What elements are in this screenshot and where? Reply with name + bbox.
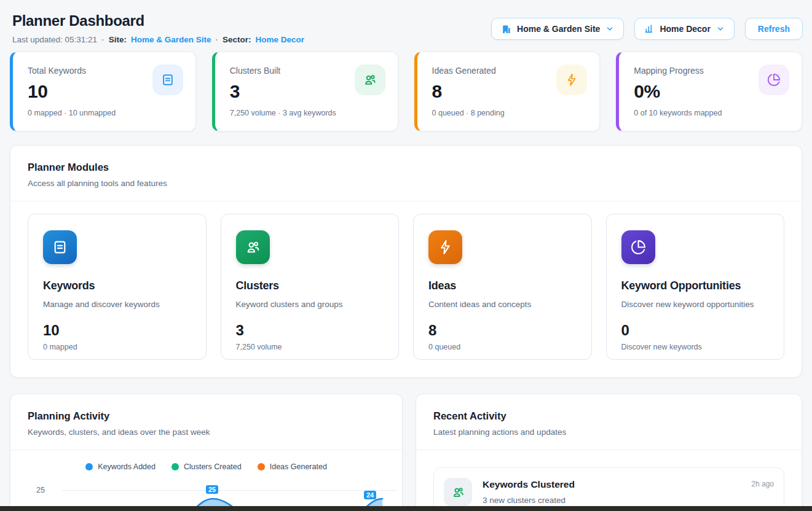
site-label: Site: [109, 35, 127, 44]
pie-chart-icon [759, 64, 789, 95]
module-title: Clusters [236, 279, 384, 292]
users-icon [444, 478, 472, 506]
sector-selector-dropdown[interactable]: Home Decor [634, 18, 734, 40]
building-icon [501, 24, 511, 34]
planner-modules-panel: Planner Modules Access all planning tool… [10, 145, 802, 378]
bar-chart-icon [644, 24, 654, 34]
module-card-ideas[interactable]: Ideas Content ideas and concepts 8 0 que… [413, 214, 592, 360]
module-subtext: 0 queued [428, 343, 577, 351]
meta-separator: · [215, 35, 218, 44]
header-meta: Last updated: 05:31:21 · Site: Home & Ga… [12, 35, 304, 44]
header-left: Planner Dashboard Last updated: 05:31:21… [12, 12, 304, 44]
stat-subtext: 0 queued · 8 pending [432, 109, 586, 117]
modules-grid: Keywords Manage and discover keywords 10… [28, 214, 784, 360]
module-value: 0 [621, 322, 770, 339]
stat-card-ideas-generated[interactable]: Ideas Generated 8 0 queued · 8 pending [414, 52, 601, 131]
bottom-row: Planning Activity Keywords, clusters, an… [10, 394, 802, 511]
chart-legend: Keywords Added Clusters Created Ideas Ge… [10, 462, 402, 471]
divider [10, 450, 402, 450]
meta-separator: · [101, 35, 104, 44]
header-actions: Home & Garden Site Home Decor Refresh [491, 18, 803, 40]
pie-chart-icon [621, 230, 655, 264]
legend-item-clusters-created[interactable]: Clusters Created [171, 462, 242, 471]
module-description: Discover new keyword opportunities [621, 300, 770, 309]
activity-item-keywords-clustered[interactable]: Keywords Clustered 3 new clusters create… [433, 467, 784, 511]
planning-activity-header: Planning Activity Keywords, clusters, an… [10, 394, 402, 450]
module-card-keyword-opportunities[interactable]: Keyword Opportunities Discover new keywo… [606, 214, 785, 360]
file-text-icon [152, 64, 183, 95]
recent-activity-header: Recent Activity Latest planning actions … [416, 394, 802, 450]
data-point-label: 24 [364, 491, 376, 499]
legend-label: Ideas Generated [270, 462, 327, 471]
module-description: Manage and discover keywords [43, 300, 191, 309]
modules-panel-subtitle: Access all planning tools and features [28, 179, 784, 188]
legend-dot-icon [258, 463, 265, 470]
planning-activity-subtitle: Keywords, clusters, and ideas over the p… [28, 427, 385, 437]
planning-activity-title: Planning Activity [28, 410, 385, 422]
legend-label: Clusters Created [184, 462, 242, 471]
modules-panel-header: Planner Modules Access all planning tool… [10, 146, 802, 201]
stat-card-total-keywords[interactable]: Total Keywords 10 0 mapped · 10 unmapped [10, 52, 196, 131]
legend-label: Keywords Added [98, 462, 156, 471]
sector-label: Sector: [223, 35, 251, 44]
planning-activity-panel: Planning Activity Keywords, clusters, an… [10, 394, 403, 511]
zap-icon [428, 230, 462, 264]
legend-dot-icon [85, 463, 93, 470]
module-description: Content ideas and concepts [428, 300, 577, 309]
recent-activity-subtitle: Latest planning actions and updates [433, 427, 784, 437]
module-card-keywords[interactable]: Keywords Manage and discover keywords 10… [28, 214, 207, 360]
planner-dashboard-page: Planner Dashboard Last updated: 05:31:21… [0, 0, 812, 511]
recent-activity-panel: Recent Activity Latest planning actions … [416, 394, 802, 511]
sector-link[interactable]: Home Decor [255, 35, 304, 44]
users-icon [355, 64, 385, 95]
module-value: 10 [43, 322, 191, 339]
legend-dot-icon [171, 463, 179, 470]
last-updated-text: Last updated: 05:31:21 [12, 35, 97, 44]
activity-item-description: 3 new clusters created [483, 496, 575, 505]
sector-selector-label: Home Decor [660, 24, 710, 34]
chevron-down-icon [716, 25, 725, 33]
stat-subtext: 7,250 volume · 3 avg keywords [230, 109, 384, 117]
module-title: Keywords [43, 279, 191, 292]
stat-subtext: 0 of 10 keywords mapped [634, 109, 788, 117]
activity-item-title: Keywords Clustered [483, 479, 575, 490]
data-point-label: 25 [206, 485, 218, 494]
recent-activity-title: Recent Activity [433, 410, 784, 422]
module-subtext: Discover new keywords [621, 343, 770, 351]
stat-card-clusters-built[interactable]: Clusters Built 3 7,250 volume · 3 avg ke… [212, 52, 398, 131]
taskbar-edge [0, 506, 812, 511]
page-header: Planner Dashboard Last updated: 05:31:21… [0, 0, 812, 44]
module-title: Ideas [428, 279, 577, 292]
page-title: Planner Dashboard [12, 12, 304, 29]
file-text-icon [43, 230, 77, 264]
module-subtext: 0 mapped [43, 343, 191, 351]
refresh-button[interactable]: Refresh [745, 18, 803, 40]
stat-subtext: 0 mapped · 10 unmapped [28, 109, 182, 117]
users-icon [236, 230, 270, 264]
stat-card-mapping-progress[interactable]: Mapping Progress 0% 0 of 10 keywords map… [616, 52, 802, 131]
divider [416, 450, 802, 450]
module-description: Keyword clusters and groups [236, 300, 384, 309]
activity-item-text: Keywords Clustered 3 new clusters create… [483, 478, 575, 505]
zap-icon [556, 64, 587, 95]
site-selector-dropdown[interactable]: Home & Garden Site [491, 18, 624, 40]
site-link[interactable]: Home & Garden Site [131, 35, 211, 44]
module-value: 3 [236, 322, 384, 339]
site-selector-label: Home & Garden Site [517, 24, 600, 34]
stats-row: Total Keywords 10 0 mapped · 10 unmapped… [10, 52, 802, 131]
activity-item-timestamp: 2h ago [751, 480, 774, 488]
legend-item-keywords-added[interactable]: Keywords Added [85, 462, 156, 471]
legend-item-ideas-generated[interactable]: Ideas Generated [258, 462, 327, 471]
module-subtext: 7,250 volume [236, 343, 384, 351]
divider [10, 201, 802, 201]
modules-panel-title: Planner Modules [28, 162, 784, 173]
module-card-clusters[interactable]: Clusters Keyword clusters and groups 3 7… [221, 214, 400, 360]
module-value: 8 [428, 322, 577, 339]
module-title: Keyword Opportunities [621, 279, 770, 292]
chevron-down-icon [605, 25, 614, 33]
